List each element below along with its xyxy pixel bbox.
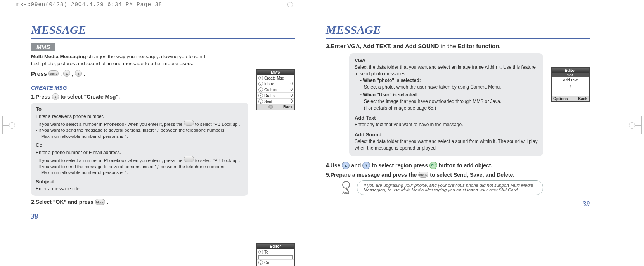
phone-mock-editor-vga: Editor VGA Add Text ♪ OptionsBack [551,67,590,102]
step1-text-b: to select "Create Msg". [61,94,120,100]
list-item: 3Outbox0 [257,87,294,92]
step-3: 3.Enter VGA, Add TEXT, and Add SOUND in … [326,43,590,49]
add-text-body: Enter any text that you want to have in … [355,122,538,128]
page-title: MESSAGE [31,23,295,37]
note-label: Note [342,191,350,195]
comma1: , [60,70,62,77]
magnifier-icon: Note [341,181,353,194]
add-sound-heading: Add Sound [355,131,538,138]
mock-title: Editor [257,244,294,249]
comma2: , [72,70,73,77]
soft-key-icon [184,156,194,162]
list-index: 2 [258,260,263,265]
key-1-icon: 1 [63,70,70,77]
to-2a: - If you want to select a number in Phon… [36,122,184,127]
intro-bold: Multi Media Messaging [31,54,86,59]
mms-tag: MMS [31,43,55,51]
list-index: 4 [258,93,263,98]
step-2: 2.Select "OK" and press Menu . [31,199,295,205]
step4-b: and [351,162,361,169]
list-label: Cc [264,261,269,265]
vga-photo-selected: - When "photo" is selected: [355,77,538,84]
add-text-label: Add Text [552,77,589,83]
subject-line-1: Enter a message title. [36,186,244,192]
list-index: 1 [258,250,263,254]
step2-text-a: 2.Select "OK" and press [31,199,93,205]
cc-heading: Cc [36,142,244,149]
list-label: Drafts [264,94,275,98]
page-title: MESSAGE [326,23,590,37]
list-index: 1 [258,76,263,80]
registration-mark-right [630,116,642,134]
step-1: 1.Press 1 to select "Create Msg". [31,93,295,100]
vga-heading: VGA [355,57,538,64]
list-item: 1To [257,249,294,255]
note-bubble: If you are upgrading your phone, and you… [357,180,543,195]
options-label: Options [553,97,568,101]
cc-2b: to select "PB Look up". [195,158,241,163]
phone-mock-editor: Editor 1To 2Cc 3Subject OKBack [256,243,295,266]
page-number-right: 39 [583,200,590,208]
key-1-icon: 1 [52,93,59,100]
to-heading: To [36,106,244,113]
title-rule [31,38,295,39]
to-2b: to select "PB Look up". [195,122,241,127]
step1-text-a: 1.Press [31,94,50,100]
to-line-1: Enter a receiver's phone number. [36,113,244,120]
vga-user-body-2: (For details of image see page 65.) [355,105,538,111]
note-callout: Note If you are upgrading your phone, an… [341,180,590,195]
media-icon: ♪ [552,83,589,96]
step4-d: button to add object. [439,162,492,169]
step4-a: 4.Use [326,162,340,169]
cc-line-3: - If you want to send the message to sev… [36,164,244,170]
to-line-4: Maximum allowable number of persons is 4… [36,134,244,140]
soft-key-icon [184,120,194,126]
cc-2a: - If you want to select a number in Phon… [36,158,184,163]
ok-button-icon: OK [429,162,437,169]
step5-a: 5.Prepare a message and press the [326,172,417,178]
list-item: 2Cc [257,259,294,265]
doc-header: mx-c99en(0428) 2004.4.29 6:34 PM Page 38 [16,2,162,8]
list-index: 2 [258,82,263,86]
page-number-left: 38 [31,212,38,221]
input-field [258,255,293,259]
menu-button-icon: Menu [48,70,59,76]
step4-c: to select region press [372,162,428,169]
nav-up-icon: ▲ [342,162,350,169]
menu-button-icon: Menu [95,199,105,205]
step-4: 4.Use ▲ and ▼ to select region press OK … [326,162,590,169]
press-line: Press Menu , 1 , 2 . [31,70,295,77]
registration-mark-left [2,116,14,134]
intro-text: Multi Media Messaging changes the way yo… [31,53,213,67]
mock-title: MMS [257,70,294,75]
cc-line-1: Enter a phone number or E-mail address. [36,150,244,156]
vga-user-body-1: Select the image that you have downloade… [355,98,538,105]
mock-title: Editor [552,68,589,73]
list-val: 0 [290,93,293,98]
vga-user-selected: - When "User" is selected: [355,92,538,98]
add-text-heading: Add Text [355,115,538,122]
add-sound-body: Select the data folder that you want and… [355,138,538,151]
editor-info-box: VGA Select the data folder that you want… [349,53,543,156]
list-item: 1Create Msg [257,75,294,81]
title-rule [326,38,590,39]
to-line-2: - If you want to select a number in Phon… [36,120,244,128]
vga-bar: VGA [552,73,589,77]
step2-text-b: . [107,199,108,205]
list-item: 2Inbox0 [257,81,294,87]
list-label: To [264,250,268,254]
step5-b: to select Send, Save, and Delete. [430,172,514,178]
list-label: Inbox [264,82,274,86]
header-rule [0,11,644,11]
menu-button-icon: Menu [418,172,428,178]
list-item: 4Drafts0 [257,92,294,98]
subject-heading: Subject [36,178,244,185]
key-2-icon: 2 [75,70,82,77]
to-line-3: - If you want to send the message to sev… [36,127,244,134]
vga-photo-body: Select a photo, which the user have take… [355,84,538,90]
vga-intro: Select the data folder that you want and… [355,64,538,77]
list-label: Outbox [264,88,277,92]
period: . [83,70,85,77]
page-left: MESSAGE MMS Multi Media Messaging change… [31,23,295,207]
registration-mark-top [274,4,306,16]
